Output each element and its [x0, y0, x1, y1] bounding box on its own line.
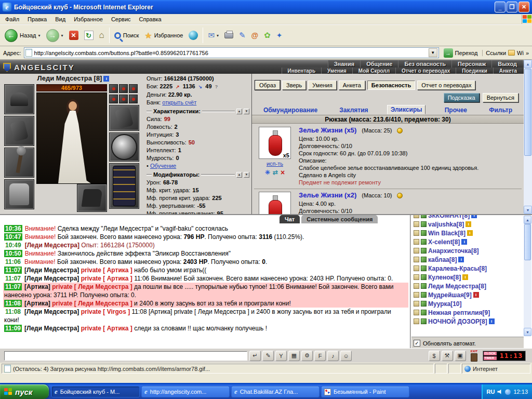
menu-item-0[interactable]: Файл: [1, 14, 23, 24]
attack-icon[interactable]: [421, 318, 427, 324]
scroll-icon[interactable]: [414, 274, 419, 280]
ring-slot[interactable]: [109, 95, 118, 103]
info-badge[interactable]: i: [473, 292, 479, 298]
scroll-thumb[interactable]: [524, 224, 531, 260]
user-link[interactable]: Мудрейшая[9]: [428, 291, 472, 299]
attack-icon[interactable]: [421, 301, 427, 307]
menu-item-4[interactable]: Сервис: [107, 14, 135, 24]
inv-button[interactable]: Умения: [308, 81, 336, 90]
user-link[interactable]: ЗККОМНАТ[8]: [428, 215, 470, 219]
info-badge[interactable]: i: [458, 257, 464, 262]
taskbar-task[interactable]: ehttp://angelscity.com...: [141, 386, 230, 397]
scroll-icon[interactable]: [414, 292, 419, 298]
attack-icon[interactable]: [421, 257, 427, 262]
taskbar-task[interactable]: eChat.Bakililar.AZ Гла...: [231, 386, 320, 397]
autorefresh-checkbox[interactable]: ✓: [414, 340, 420, 347]
hint-button[interactable]: Подсказка: [444, 93, 480, 102]
transfer-icon[interactable]: ✳: [265, 169, 270, 176]
inv-button[interactable]: Зверь: [282, 81, 306, 90]
maximize-button[interactable]: ❐: [507, 2, 517, 12]
nav-link[interactable]: Общение: [360, 60, 398, 68]
user-row[interactable]: Мудрейшая[9]i: [413, 290, 523, 299]
collapse-up-icon[interactable]: ▲: [236, 172, 242, 178]
info-badge[interactable]: i: [467, 230, 473, 236]
mail-button[interactable]: ✉▾: [205, 26, 221, 45]
search-button[interactable]: Поиск: [112, 26, 141, 45]
attack-icon[interactable]: [421, 265, 427, 271]
attack-icon[interactable]: [421, 248, 427, 254]
scroll-down-icon[interactable]: ▼: [524, 206, 532, 214]
start-button[interactable]: пуск: [0, 384, 49, 399]
nav-link[interactable]: Поединки: [456, 68, 493, 74]
ring-slot[interactable]: [109, 84, 118, 93]
pants-slot[interactable]: [109, 163, 139, 209]
forward-button[interactable]: → ▾: [44, 26, 66, 45]
scroll-icon[interactable]: [414, 310, 419, 315]
send-icon[interactable]: ↵: [249, 351, 261, 361]
print-button[interactable]: [222, 26, 236, 45]
user-row[interactable]: Куленок[8]i: [413, 273, 523, 282]
msn-button[interactable]: ✦: [274, 26, 285, 45]
info-badge[interactable]: i: [461, 239, 467, 245]
inventory-tab[interactable]: Фильтр: [486, 106, 515, 114]
exchange-icon[interactable]: ⇄: [273, 169, 278, 176]
collapse-down-icon[interactable]: ▼: [244, 109, 249, 114]
chat-input[interactable]: [4, 351, 247, 361]
user-row[interactable]: Анархисточка[8]: [413, 246, 523, 255]
user-row[interactable]: каблаа[8]i: [413, 255, 523, 264]
scroll-icon[interactable]: [414, 239, 419, 245]
exit-button[interactable]: EXIT: [468, 350, 481, 362]
back-button[interactable]: ← Назад ▾: [2, 26, 43, 45]
attack-icon[interactable]: [421, 215, 427, 218]
inventory-tab[interactable]: Прочее: [442, 106, 470, 114]
attack-icon[interactable]: [421, 283, 427, 289]
close-button[interactable]: ✕: [518, 2, 529, 12]
font-icon[interactable]: F: [314, 351, 326, 361]
scroll-icon[interactable]: [414, 221, 419, 227]
info-icon[interactable]: i: [103, 76, 109, 82]
attack-icon[interactable]: [421, 274, 427, 280]
attack-icon[interactable]: [421, 221, 427, 227]
main-scrollbar[interactable]: ▲ ▼: [524, 60, 532, 214]
smiley-icon[interactable]: ☺: [340, 351, 352, 361]
item-name-link[interactable]: Зелье Жизни (x5): [299, 127, 356, 134]
boots-slot[interactable]: [77, 184, 107, 212]
inv-button[interactable]: Анкета: [339, 81, 365, 90]
icq-button[interactable]: ✿: [261, 26, 273, 45]
tab-chat[interactable]: Чат: [280, 215, 300, 223]
user-link[interactable]: каблаа[8]: [428, 256, 457, 263]
scroll-up-icon[interactable]: ▲: [524, 60, 532, 68]
network-icon[interactable]: [505, 389, 511, 395]
scroll-icon[interactable]: [414, 248, 419, 254]
user-row[interactable]: valjushka[8]i: [413, 220, 523, 229]
bracer-slot[interactable]: [4, 116, 34, 146]
menu-item-2[interactable]: Вид: [51, 14, 70, 24]
stop-button[interactable]: ✕: [66, 26, 81, 45]
inventory-tab[interactable]: Эликсиры: [387, 105, 426, 114]
nav-link[interactable]: Умения: [321, 68, 352, 74]
shield-slot[interactable]: [109, 132, 139, 162]
bank-link[interactable]: открыть счёт: [162, 99, 196, 105]
user-row[interactable]: Каралева-Красы[8]: [413, 264, 523, 273]
nav-link[interactable]: Мой Скролл: [352, 68, 395, 74]
gear-icon[interactable]: ⚙: [301, 351, 313, 361]
home-button[interactable]: ⌂: [97, 26, 107, 45]
scroll-icon[interactable]: [414, 318, 419, 324]
training-link[interactable]: Обучение: [150, 163, 176, 169]
tools-icon[interactable]: ⚒: [442, 351, 453, 361]
links-bar[interactable]: Ссылки Wi »: [482, 50, 529, 56]
item-name-link[interactable]: Зелье Жизни (x2): [299, 192, 356, 199]
user-link[interactable]: Анархисточка[8]: [428, 247, 479, 255]
media-button[interactable]: [186, 26, 201, 45]
collapse-up-icon[interactable]: ▲: [236, 109, 242, 114]
scroll-icon[interactable]: [414, 265, 419, 271]
drop-icon[interactable]: ×: [281, 168, 285, 177]
user-link[interactable]: Леди Медсестра[8]: [428, 283, 486, 290]
ring-slot[interactable]: [119, 95, 128, 103]
inv-button[interactable]: Безопасность: [367, 81, 415, 90]
nav-link[interactable]: Отчет о переводах: [395, 68, 456, 74]
scroll-icon[interactable]: [414, 215, 419, 218]
scroll-icon[interactable]: [414, 283, 419, 289]
return-button[interactable]: Вернуться: [483, 93, 518, 102]
links-chevron-icon[interactable]: »: [526, 50, 529, 56]
